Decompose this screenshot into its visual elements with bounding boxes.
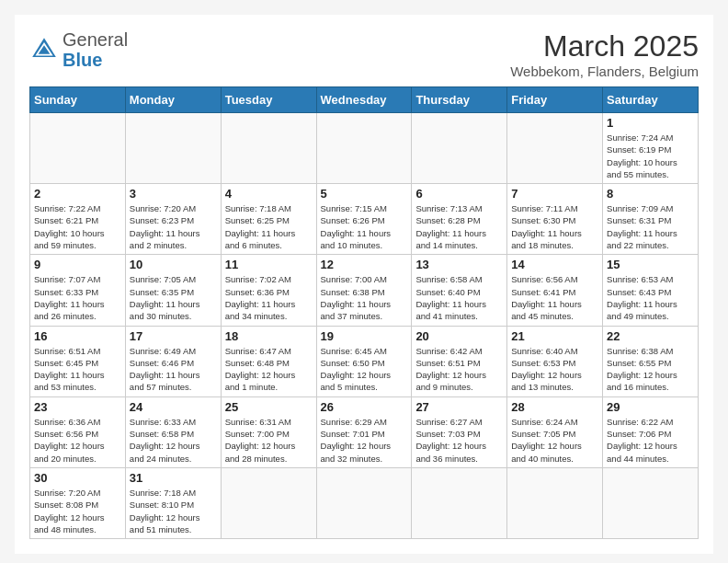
day-info: Sunrise: 7:13 AM Sunset: 6:28 PM Dayligh… (415, 202, 503, 251)
calendar-cell: 17Sunrise: 6:49 AM Sunset: 6:46 PM Dayli… (125, 326, 221, 396)
day-info: Sunrise: 7:24 AM Sunset: 6:19 PM Dayligh… (607, 132, 694, 180)
calendar-cell: 21Sunrise: 6:40 AM Sunset: 6:53 PM Dayli… (507, 326, 603, 396)
day-number: 21 (511, 329, 598, 343)
day-info: Sunrise: 6:31 AM Sunset: 7:00 PM Dayligh… (225, 416, 313, 465)
day-info: Sunrise: 6:58 AM Sunset: 6:40 PM Dayligh… (415, 273, 503, 322)
calendar-cell: 29Sunrise: 6:22 AM Sunset: 7:06 PM Dayli… (603, 396, 699, 467)
calendar-cell: 2Sunrise: 7:22 AM Sunset: 6:21 PM Daylig… (30, 184, 126, 255)
calendar-cell (507, 113, 603, 184)
day-number: 1 (607, 116, 694, 130)
calendar-cell (316, 113, 412, 184)
page-header: General Blue March 2025 Webbekom, Flande… (29, 29, 699, 79)
calendar-cell: 6Sunrise: 7:13 AM Sunset: 6:28 PM Daylig… (412, 184, 507, 255)
calendar-cell (221, 113, 316, 184)
day-number: 15 (607, 258, 694, 271)
day-info: Sunrise: 6:24 AM Sunset: 7:05 PM Dayligh… (511, 416, 598, 465)
day-number: 28 (511, 400, 598, 414)
calendar-cell: 20Sunrise: 6:42 AM Sunset: 6:51 PM Dayli… (412, 326, 507, 396)
day-info: Sunrise: 6:38 AM Sunset: 6:55 PM Dayligh… (607, 345, 694, 394)
day-number: 25 (225, 400, 313, 414)
day-number: 26 (321, 400, 408, 414)
logo-icon (29, 35, 59, 64)
calendar-cell: 1Sunrise: 7:24 AM Sunset: 6:19 PM Daylig… (603, 113, 699, 184)
day-info: Sunrise: 6:49 AM Sunset: 6:46 PM Dayligh… (130, 345, 217, 394)
day-number: 11 (225, 258, 313, 271)
day-number: 19 (321, 329, 408, 343)
day-number: 16 (34, 329, 121, 343)
calendar-cell: 22Sunrise: 6:38 AM Sunset: 6:55 PM Dayli… (603, 326, 699, 396)
calendar-cell: 27Sunrise: 6:27 AM Sunset: 7:03 PM Dayli… (412, 396, 507, 467)
calendar-cell (316, 467, 412, 538)
day-number: 24 (130, 400, 217, 414)
day-info: Sunrise: 7:22 AM Sunset: 6:21 PM Dayligh… (34, 202, 121, 251)
location-subtitle: Webbekom, Flanders, Belgium (510, 63, 699, 79)
title-block: March 2025 Webbekom, Flanders, Belgium (510, 29, 699, 79)
calendar-cell (125, 113, 221, 184)
day-number: 2 (34, 187, 121, 201)
calendar-cell: 15Sunrise: 6:53 AM Sunset: 6:43 PM Dayli… (603, 255, 699, 326)
day-info: Sunrise: 6:22 AM Sunset: 7:06 PM Dayligh… (607, 416, 694, 465)
day-info: Sunrise: 6:45 AM Sunset: 6:50 PM Dayligh… (321, 345, 408, 394)
day-info: Sunrise: 7:00 AM Sunset: 6:38 PM Dayligh… (321, 273, 408, 322)
calendar-cell: 16Sunrise: 6:51 AM Sunset: 6:45 PM Dayli… (30, 326, 126, 396)
day-info: Sunrise: 6:47 AM Sunset: 6:48 PM Dayligh… (225, 345, 313, 394)
month-year-title: March 2025 (510, 29, 699, 63)
calendar-cell: 11Sunrise: 7:02 AM Sunset: 6:36 PM Dayli… (221, 255, 316, 326)
day-info: Sunrise: 6:27 AM Sunset: 7:03 PM Dayligh… (415, 416, 503, 465)
calendar-cell (412, 467, 507, 538)
calendar-cell: 24Sunrise: 6:33 AM Sunset: 6:58 PM Dayli… (125, 396, 221, 467)
day-info: Sunrise: 7:02 AM Sunset: 6:36 PM Dayligh… (225, 273, 313, 322)
calendar-cell: 31Sunrise: 7:18 AM Sunset: 8:10 PM Dayli… (125, 467, 221, 538)
day-info: Sunrise: 6:42 AM Sunset: 6:51 PM Dayligh… (415, 345, 503, 394)
calendar-cell: 14Sunrise: 6:56 AM Sunset: 6:41 PM Dayli… (507, 255, 603, 326)
day-info: Sunrise: 7:09 AM Sunset: 6:31 PM Dayligh… (607, 202, 694, 251)
day-number: 6 (415, 187, 503, 201)
day-info: Sunrise: 7:05 AM Sunset: 6:35 PM Dayligh… (130, 273, 217, 322)
calendar-cell: 30Sunrise: 7:20 AM Sunset: 8:08 PM Dayli… (30, 467, 126, 538)
calendar-cell: 3Sunrise: 7:20 AM Sunset: 6:23 PM Daylig… (125, 184, 221, 255)
day-number: 22 (607, 329, 694, 343)
calendar-day-header: Thursday (412, 87, 507, 113)
day-info: Sunrise: 7:20 AM Sunset: 8:08 PM Dayligh… (34, 487, 121, 535)
calendar-cell (603, 467, 699, 538)
calendar-cell (412, 113, 507, 184)
day-info: Sunrise: 7:20 AM Sunset: 6:23 PM Dayligh… (130, 202, 217, 251)
day-info: Sunrise: 6:29 AM Sunset: 7:01 PM Dayligh… (321, 416, 408, 465)
day-number: 5 (321, 187, 408, 201)
logo-blue: Blue (63, 50, 102, 70)
day-info: Sunrise: 6:51 AM Sunset: 6:45 PM Dayligh… (34, 345, 121, 394)
calendar-cell: 23Sunrise: 6:36 AM Sunset: 6:56 PM Dayli… (30, 396, 126, 467)
calendar-cell: 10Sunrise: 7:05 AM Sunset: 6:35 PM Dayli… (125, 255, 221, 326)
day-number: 7 (511, 187, 598, 201)
calendar-cell: 25Sunrise: 6:31 AM Sunset: 7:00 PM Dayli… (221, 396, 316, 467)
day-number: 4 (225, 187, 313, 201)
calendar-cell: 28Sunrise: 6:24 AM Sunset: 7:05 PM Dayli… (507, 396, 603, 467)
day-number: 29 (607, 400, 694, 414)
day-number: 8 (607, 187, 694, 201)
calendar-cell (30, 113, 126, 184)
day-info: Sunrise: 7:11 AM Sunset: 6:30 PM Dayligh… (511, 202, 598, 251)
day-number: 3 (130, 187, 217, 201)
calendar-day-header: Saturday (603, 87, 699, 113)
calendar-day-header: Wednesday (316, 87, 412, 113)
calendar-day-header: Monday (125, 87, 221, 113)
calendar-cell: 12Sunrise: 7:00 AM Sunset: 6:38 PM Dayli… (316, 255, 412, 326)
calendar-table: SundayMondayTuesdayWednesdayThursdayFrid… (29, 86, 699, 539)
day-number: 31 (130, 471, 217, 485)
calendar-day-header: Tuesday (221, 87, 316, 113)
day-number: 27 (415, 400, 503, 414)
day-info: Sunrise: 7:18 AM Sunset: 6:25 PM Dayligh… (225, 202, 313, 251)
day-number: 20 (415, 329, 503, 343)
day-info: Sunrise: 7:15 AM Sunset: 6:26 PM Dayligh… (321, 202, 408, 251)
day-info: Sunrise: 6:33 AM Sunset: 6:58 PM Dayligh… (130, 416, 217, 465)
calendar-cell: 9Sunrise: 7:07 AM Sunset: 6:33 PM Daylig… (30, 255, 126, 326)
calendar-cell: 5Sunrise: 7:15 AM Sunset: 6:26 PM Daylig… (316, 184, 412, 255)
calendar-cell: 4Sunrise: 7:18 AM Sunset: 6:25 PM Daylig… (221, 184, 316, 255)
calendar-day-header: Sunday (30, 87, 126, 113)
calendar-cell: 13Sunrise: 6:58 AM Sunset: 6:40 PM Dayli… (412, 255, 507, 326)
calendar-day-header: Friday (507, 87, 603, 113)
day-number: 9 (34, 258, 121, 271)
calendar-header-row: SundayMondayTuesdayWednesdayThursdayFrid… (30, 87, 699, 113)
day-number: 23 (34, 400, 121, 414)
day-info: Sunrise: 6:56 AM Sunset: 6:41 PM Dayligh… (511, 273, 598, 322)
